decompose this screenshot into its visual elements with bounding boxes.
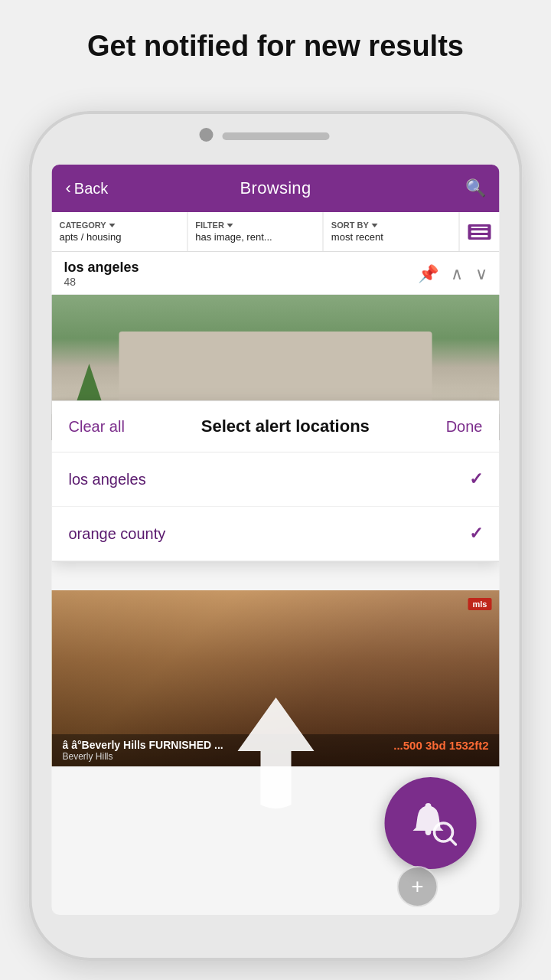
card-title-2: â â°Beverly Hills FURNISHED ... [63, 739, 223, 751]
plus-icon: + [411, 876, 423, 897]
swipe-up-arrow [230, 690, 321, 815]
alert-popup-title: Select alert locations [201, 416, 370, 436]
location-option-label-2: orange county [69, 525, 166, 543]
chevron-down-icon[interactable]: ∨ [475, 264, 487, 284]
location-row: los angeles 48 📌 ∧ ∨ [52, 252, 500, 295]
location-info: los angeles 48 [64, 260, 139, 288]
search-icon[interactable]: 🔍 [465, 178, 486, 198]
category-arrow-icon [109, 224, 116, 227]
sort-filter[interactable]: SORT BY most recent [324, 212, 460, 251]
app-header: ‹ Back Browsing 🔍 [52, 165, 500, 212]
phone-shell: ‹ Back Browsing 🔍 CATEGORY apts / housin… [29, 111, 523, 961]
checkmark-icon-2: ✓ [469, 524, 483, 544]
page-title: Get notified for new results [0, 0, 551, 87]
back-chevron-icon: ‹ [66, 178, 71, 198]
phone-screen: ‹ Back Browsing 🔍 CATEGORY apts / housin… [52, 165, 500, 915]
phone-speaker [222, 132, 329, 140]
card-subtitle-2: Beverly Hills [63, 751, 223, 762]
add-button[interactable]: + [397, 866, 439, 907]
clear-all-button[interactable]: Clear all [69, 418, 125, 436]
svg-line-1 [451, 839, 456, 844]
chevron-up-icon[interactable]: ∧ [451, 264, 463, 284]
alert-location-popup: Clear all Select alert locations Done lo… [52, 400, 500, 562]
card-info-2: â â°Beverly Hills FURNISHED ... Beverly … [63, 739, 223, 762]
phone-camera [199, 128, 213, 142]
filter-arrow-icon [227, 224, 233, 227]
sort-label: SORT BY [331, 220, 452, 230]
sort-value: most recent [331, 231, 452, 243]
category-value: apts / housing [60, 231, 180, 243]
category-filter[interactable]: CATEGORY apts / housing [52, 212, 188, 251]
location-item-los-angeles[interactable]: los angeles ✓ [52, 452, 500, 507]
checkmark-icon: ✓ [469, 469, 483, 489]
alert-popup-header: Clear all Select alert locations Done [52, 401, 500, 452]
location-item-orange-county[interactable]: orange county ✓ [52, 507, 500, 561]
location-option-label: los angeles [69, 471, 146, 488]
done-button[interactable]: Done [446, 418, 483, 436]
card-price-2: ...500 3bd 1532ft2 [393, 739, 488, 752]
pin-icon[interactable]: 📌 [418, 264, 439, 284]
sort-arrow-icon [372, 224, 378, 227]
mls-badge: mls [468, 598, 492, 610]
grid-icon [468, 224, 491, 240]
header-title: Browsing [240, 178, 311, 198]
bell-search-icon [404, 800, 458, 846]
back-label: Back [74, 180, 108, 198]
filter-value: has image, rent... [195, 231, 315, 243]
filter-filter[interactable]: FILTER has image, rent... [187, 212, 324, 251]
location-actions: 📌 ∧ ∨ [418, 264, 487, 284]
filter-label: FILTER [195, 220, 315, 230]
filter-bar: CATEGORY apts / housing FILTER has image… [52, 212, 500, 252]
grid-view-button[interactable] [460, 212, 500, 251]
location-name: los angeles [64, 260, 139, 276]
back-button[interactable]: ‹ Back [66, 178, 109, 198]
category-label: CATEGORY [60, 220, 180, 230]
alert-fab-button[interactable] [385, 777, 477, 869]
location-count: 48 [64, 276, 139, 288]
